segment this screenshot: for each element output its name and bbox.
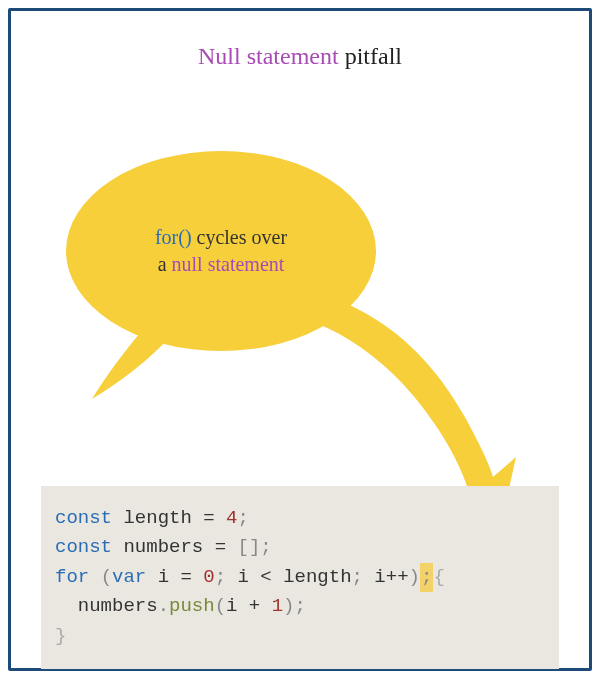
- op-inc: ++: [386, 566, 409, 588]
- bubble-line2-pre: a: [158, 253, 172, 275]
- punct-stray-semi: ;: [421, 566, 432, 588]
- stray-semicolon-highlight: ;: [420, 563, 433, 592]
- punct-paren-open: (: [215, 595, 226, 617]
- op-lt: <: [260, 566, 271, 588]
- op-plus: +: [249, 595, 260, 617]
- speech-bubble-group: for() cycles over a null statement: [66, 151, 396, 381]
- punct-semi: ;: [237, 507, 248, 529]
- id-i: i: [226, 595, 237, 617]
- punct-semi: ;: [294, 595, 305, 617]
- id-i: i: [374, 566, 385, 588]
- id-i: i: [238, 566, 249, 588]
- kw-const: const: [55, 536, 112, 558]
- num-0: 0: [203, 566, 214, 588]
- punct-dot: .: [158, 595, 169, 617]
- bubble-null-statement: null statement: [172, 253, 285, 275]
- title-rest: pitfall: [339, 43, 402, 69]
- punct-semi: ;: [352, 566, 363, 588]
- bubble-line1-rest: cycles over: [192, 226, 288, 248]
- kw-const: const: [55, 507, 112, 529]
- punct-bracket-close: ]: [249, 536, 260, 558]
- op-eq: =: [203, 507, 214, 529]
- code-block: const length = 4; const numbers = []; fo…: [41, 486, 559, 669]
- id-length: length: [283, 566, 351, 588]
- code-line-5: }: [55, 622, 545, 651]
- punct-paren-close: ): [409, 566, 420, 588]
- kw-for: for: [55, 566, 89, 588]
- punct-paren-close: ): [283, 595, 294, 617]
- id-numbers: numbers: [78, 595, 158, 617]
- punct-brace-open: {: [433, 566, 444, 588]
- fn-push: push: [169, 595, 215, 617]
- id-numbers: numbers: [123, 536, 203, 558]
- bubble-line-1: for() cycles over: [155, 224, 287, 251]
- num-4: 4: [226, 507, 237, 529]
- punct-paren-open: (: [101, 566, 112, 588]
- title-highlight: Null statement: [198, 43, 339, 69]
- id-length: length: [123, 507, 191, 529]
- code-line-4: numbers.push(i + 1);: [55, 592, 545, 621]
- code-line-3: for (var i = 0; i < length; i++);{: [55, 563, 545, 592]
- bubble-line-2: a null statement: [158, 251, 285, 278]
- diagram-title: Null statement pitfall: [11, 43, 589, 70]
- code-line-1: const length = 4;: [55, 504, 545, 533]
- bubble-for-keyword: for(): [155, 226, 192, 248]
- diagram-frame: Null statement pitfall for() cycles over…: [8, 8, 592, 671]
- op-eq: =: [215, 536, 226, 558]
- punct-bracket-open: [: [237, 536, 248, 558]
- code-line-2: const numbers = [];: [55, 533, 545, 562]
- punct-brace-close: }: [55, 625, 66, 647]
- punct-semi: ;: [260, 536, 271, 558]
- op-eq: =: [180, 566, 191, 588]
- id-i: i: [158, 566, 169, 588]
- punct-semi: ;: [215, 566, 226, 588]
- speech-bubble-tail-icon: [90, 321, 180, 401]
- num-1: 1: [272, 595, 283, 617]
- kw-var: var: [112, 566, 146, 588]
